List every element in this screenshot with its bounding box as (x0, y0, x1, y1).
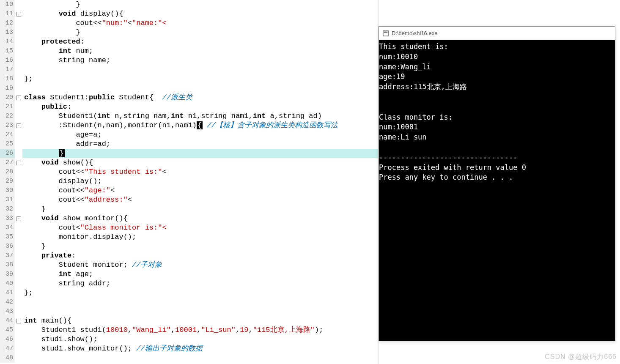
code-line[interactable]: 28 cout<<"This student is:"< (0, 167, 379, 177)
code-content[interactable]: }; (22, 74, 379, 84)
code-content[interactable]: void display(){ (22, 9, 379, 19)
code-line[interactable]: 45 Student1 stud1(10010,"Wang_li",10001,… (0, 326, 379, 335)
code-content[interactable]: string name; (22, 56, 379, 65)
code-content[interactable]: void show_monitor(){ (22, 214, 379, 223)
code-content[interactable]: } (22, 242, 379, 251)
fold-gutter[interactable]: - (15, 158, 22, 167)
code-line[interactable]: 38 Student monitor; //子对象 (0, 260, 379, 270)
code-content[interactable]: int num; (22, 47, 379, 56)
code-line[interactable]: 25 addr=ad; (0, 140, 379, 149)
line-number: 31 (0, 195, 15, 205)
code-line[interactable]: 48 (0, 353, 379, 363)
code-content[interactable]: :Student(n,nam),monitor(n1,nam1){ //【核】含… (22, 121, 379, 130)
code-line[interactable]: 44-int main(){ (0, 316, 379, 326)
code-content[interactable]: stud1.show(); (22, 335, 379, 344)
code-content[interactable]: cout<<"age:"< (22, 186, 379, 195)
code-content[interactable]: } (22, 0, 379, 9)
code-content[interactable]: int main(){ (22, 316, 379, 326)
line-number: 47 (0, 344, 15, 353)
code-line[interactable]: 27- void show(){ (0, 158, 379, 167)
code-line[interactable]: 46 stud1.show(); (0, 335, 379, 344)
line-number: 10 (0, 0, 15, 9)
code-line[interactable]: 15 int num; (0, 47, 379, 56)
code-line[interactable]: 29 display(); (0, 177, 379, 186)
code-content[interactable]: addr=ad; (22, 140, 379, 149)
code-line[interactable]: 30 cout<<"age:"< (0, 186, 379, 195)
code-line[interactable]: 23- :Student(n,nam),monitor(n1,nam1){ //… (0, 121, 379, 130)
code-line[interactable]: 19 (0, 84, 379, 93)
code-line[interactable]: 39 int age; (0, 270, 379, 279)
console-titlebar[interactable]: D:\demo\shi16.exe (379, 27, 615, 40)
code-line[interactable]: 24 age=a; (0, 130, 379, 140)
fold-gutter[interactable]: - (15, 316, 22, 326)
code-line[interactable]: 26 } (0, 149, 379, 158)
code-line[interactable]: 14 protected: (0, 37, 379, 47)
line-number: 20 (0, 93, 15, 102)
code-content[interactable]: cout<<"num:"<"name:"< (22, 19, 379, 28)
code-line[interactable]: 22 Student1(int n,string nam,int n1,stri… (0, 112, 379, 121)
line-number: 34 (0, 223, 15, 233)
console-title: D:\demo\shi16.exe (392, 30, 437, 36)
code-line[interactable]: 41}; (0, 288, 379, 298)
code-content[interactable]: }; (22, 288, 379, 298)
code-line[interactable]: 16 string name; (0, 56, 379, 65)
code-line[interactable]: 33- void show_monitor(){ (0, 214, 379, 223)
code-line[interactable]: 47 stud1.show_monitor(); //输出子对象的数据 (0, 344, 379, 353)
code-line[interactable]: 18}; (0, 74, 379, 84)
code-line[interactable]: 10 } (0, 0, 379, 9)
code-line[interactable]: 34 cout<"Class monitor is:"< (0, 223, 379, 233)
code-content[interactable]: class Student1:public Student{ //派生类 (22, 93, 379, 102)
code-content[interactable]: int age; (22, 270, 379, 279)
console-output[interactable]: This student is: num:10010 name:Wang_li … (379, 40, 615, 341)
code-line[interactable]: 31 cout<<"address:"< (0, 195, 379, 205)
code-line[interactable]: 21 public: (0, 102, 379, 112)
code-line[interactable]: 11- void display(){ (0, 9, 379, 19)
code-line[interactable]: 37 private: (0, 251, 379, 260)
code-content[interactable]: Student monitor; //子对象 (22, 260, 379, 270)
fold-gutter[interactable]: - (15, 214, 22, 223)
fold-toggle-icon[interactable]: - (16, 12, 21, 16)
code-content[interactable]: } (22, 28, 379, 37)
fold-toggle-icon[interactable]: - (16, 96, 21, 100)
code-content[interactable]: } (22, 205, 379, 214)
line-number: 13 (0, 28, 15, 37)
code-content[interactable]: public: (22, 102, 379, 112)
code-line[interactable]: 13 } (0, 28, 379, 37)
code-content[interactable]: stud1.show_monitor(); //输出子对象的数据 (22, 344, 379, 353)
code-content[interactable]: } (22, 149, 379, 158)
fold-gutter[interactable]: - (15, 121, 22, 130)
line-number: 42 (0, 298, 15, 307)
code-content[interactable]: cout<<"This student is:"< (22, 167, 379, 177)
console-window[interactable]: D:\demo\shi16.exe This student is: num:1… (379, 26, 615, 341)
code-line[interactable]: 36 } (0, 242, 379, 251)
fold-gutter[interactable]: - (15, 9, 22, 19)
fold-toggle-icon[interactable]: - (16, 123, 21, 128)
fold-toggle-icon[interactable]: - (16, 319, 21, 323)
fold-toggle-icon[interactable]: - (16, 216, 21, 221)
code-line[interactable]: 35 monitor.display(); (0, 233, 379, 242)
code-content[interactable]: void show(){ (22, 158, 379, 167)
code-content[interactable]: monitor.display(); (22, 233, 379, 242)
code-content[interactable]: cout<<"address:"< (22, 195, 379, 205)
code-line[interactable]: 40 string addr; (0, 279, 379, 288)
line-number: 35 (0, 233, 15, 242)
code-content[interactable]: Student1 stud1(10010,"Wang_li",10001,"Li… (22, 326, 379, 335)
code-line[interactable]: 42 (0, 298, 379, 307)
code-content[interactable]: display(); (22, 177, 379, 186)
code-content[interactable]: Student1(int n,string nam,int n1,string … (22, 112, 379, 121)
code-content[interactable]: private: (22, 251, 379, 260)
code-line[interactable]: 20-class Student1:public Student{ //派生类 (0, 93, 379, 102)
fold-toggle-icon[interactable]: - (16, 161, 21, 165)
code-content[interactable]: age=a; (22, 130, 379, 140)
code-line[interactable]: 32 } (0, 205, 379, 214)
code-content[interactable]: cout<"Class monitor is:"< (22, 223, 379, 233)
fold-gutter[interactable]: - (15, 93, 22, 102)
svg-rect-1 (384, 31, 388, 33)
watermark: CSDN @超级码力666 (545, 353, 617, 361)
code-content[interactable]: protected: (22, 37, 379, 47)
code-editor[interactable]: 10 }11- void display(){12 cout<<"num:"<"… (0, 0, 379, 364)
code-line[interactable]: 43 (0, 307, 379, 316)
code-line[interactable]: 12 cout<<"num:"<"name:"< (0, 19, 379, 28)
code-content[interactable]: string addr; (22, 279, 379, 288)
code-line[interactable]: 17 (0, 65, 379, 74)
